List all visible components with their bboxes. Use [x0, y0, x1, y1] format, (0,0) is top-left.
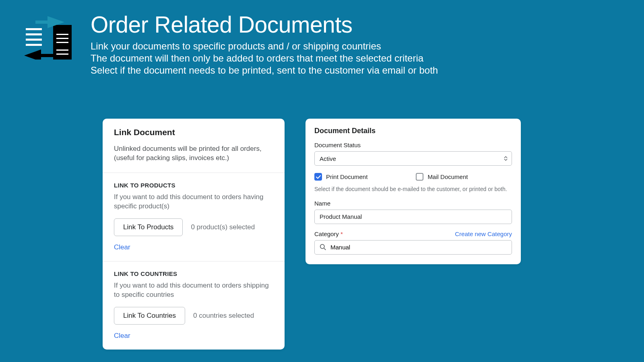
search-icon: [320, 244, 326, 251]
mail-label: Mail Document: [427, 173, 468, 180]
svg-rect-5: [56, 53, 68, 55]
print-label: Print Document: [326, 173, 367, 180]
category-label: Category: [314, 230, 339, 237]
svg-point-12: [320, 245, 324, 249]
link-products-desc: If you want to add this document to orde…: [114, 193, 273, 211]
status-select[interactable]: Active: [314, 151, 512, 166]
delivery-help-text: Select if the document should be e-maile…: [314, 185, 512, 193]
name-label: Name: [314, 200, 512, 207]
svg-rect-7: [26, 33, 42, 35]
name-input[interactable]: [314, 210, 512, 224]
svg-rect-9: [26, 44, 42, 46]
link-document-card: Link Document Unlinked documents will be…: [103, 119, 285, 350]
page-desc-line-3: Select if the document needs to be print…: [91, 64, 438, 76]
print-document-checkbox[interactable]: Print Document: [314, 173, 367, 181]
document-details-title: Document Details: [314, 127, 512, 135]
svg-rect-2: [56, 38, 68, 39]
status-value: Active: [320, 155, 336, 162]
countries-selected-count: 0 countries selected: [193, 312, 254, 320]
svg-rect-4: [56, 49, 68, 51]
svg-rect-6: [26, 28, 42, 30]
page-desc-line-2: The document will then only be added to …: [91, 52, 438, 64]
link-to-products-button[interactable]: Link To Products: [114, 218, 183, 236]
svg-rect-10: [35, 21, 47, 24]
checkbox-checked-icon: [314, 173, 322, 181]
link-to-countries-button[interactable]: Link To Countries: [114, 307, 185, 325]
clear-countries-link[interactable]: Clear: [114, 332, 130, 339]
link-document-desc: Unlinked documents will be printed for a…: [114, 144, 273, 163]
link-to-countries-section: LINK TO COUNTRIES If you want to add thi…: [103, 261, 285, 350]
document-details-card: Document Details Document Status Active …: [305, 119, 521, 264]
svg-rect-3: [56, 42, 68, 43]
svg-line-13: [324, 248, 326, 250]
svg-rect-8: [26, 39, 42, 41]
create-category-link[interactable]: Create new Category: [455, 230, 512, 237]
link-to-products-section: LINK TO PRODUCTS If you want to add this…: [103, 173, 285, 261]
products-selected-count: 0 product(s) selected: [191, 223, 255, 231]
category-field[interactable]: [314, 240, 512, 255]
clear-products-link[interactable]: Clear: [114, 243, 130, 251]
link-countries-label: LINK TO COUNTRIES: [114, 270, 273, 277]
svg-rect-1: [56, 34, 68, 35]
page-header: Order Related Documents Link your docume…: [0, 0, 644, 76]
document-transfer-icon: [24, 11, 72, 60]
category-input[interactable]: [330, 244, 507, 251]
status-label: Document Status: [314, 142, 512, 148]
required-asterisk: *: [341, 230, 343, 237]
mail-document-checkbox[interactable]: Mail Document: [416, 173, 468, 181]
link-countries-desc: If you want to add this document to orde…: [114, 281, 273, 300]
link-products-label: LINK TO PRODUCTS: [114, 182, 273, 189]
checkbox-unchecked-icon: [416, 173, 423, 181]
link-document-title: Link Document: [114, 128, 273, 137]
page-title: Order Related Documents: [91, 11, 438, 38]
select-chevrons-icon: [504, 156, 508, 161]
page-desc-line-1: Link your documents to specific products…: [91, 40, 438, 52]
svg-rect-11: [41, 54, 53, 57]
